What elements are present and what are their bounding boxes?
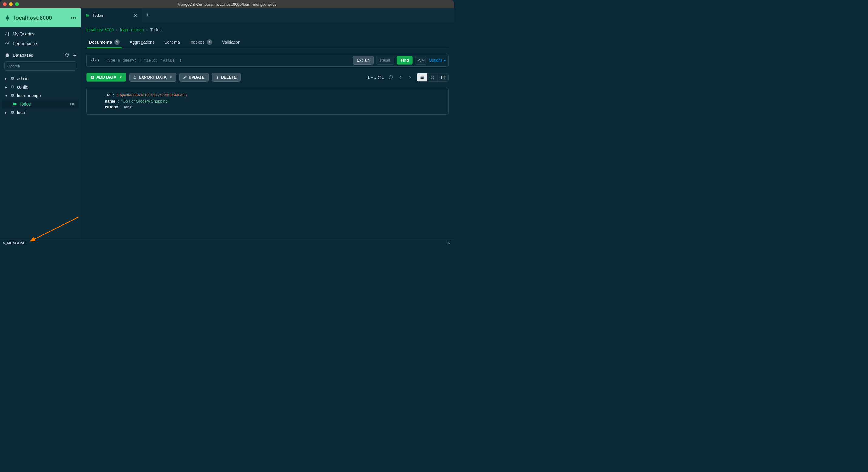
doc-value-isdone: false: [124, 104, 132, 110]
database-item-local[interactable]: ▶ local: [2, 108, 79, 117]
caret-down-icon: ▼: [5, 94, 8, 97]
mongodb-leaf-icon: [4, 14, 11, 21]
prev-page-button[interactable]: [397, 75, 403, 79]
connection-menu-button[interactable]: •••: [71, 15, 76, 21]
connection-header: localhost:8000 •••: [0, 8, 81, 27]
tab-badge: 1: [207, 39, 212, 45]
svg-point-2: [11, 85, 14, 86]
explain-button[interactable]: Explain: [353, 56, 374, 65]
mongosh-toggle[interactable]: >_MONGOSH: [3, 241, 26, 245]
minimize-window-button[interactable]: [9, 2, 13, 6]
braces-icon: { }: [5, 32, 10, 36]
database-search-input[interactable]: [4, 61, 76, 71]
breadcrumb: localhost:8000 › learn-mongo › Todos: [87, 27, 448, 33]
caret-right-icon: ▶: [5, 77, 8, 81]
tab-documents[interactable]: Documents 1: [87, 36, 122, 48]
maximize-window-button[interactable]: [15, 2, 19, 6]
refresh-databases-button[interactable]: [65, 53, 69, 57]
collection-item-todos[interactable]: Todos •••: [2, 100, 79, 108]
gauge-icon: [5, 41, 10, 46]
database-name: admin: [17, 76, 29, 81]
breadcrumb-collection: Todos: [150, 27, 161, 32]
folder-icon: [85, 13, 90, 18]
connection-name: localhost:8000: [14, 15, 52, 21]
options-toggle[interactable]: Options ▸: [429, 58, 446, 62]
caret-down-icon: ▼: [169, 76, 172, 79]
query-history-button[interactable]: ▼: [89, 57, 102, 64]
collection-name: Todos: [20, 102, 31, 106]
database-name: learn-mongo: [17, 93, 41, 98]
tab-badge: 1: [114, 39, 120, 45]
new-tab-button[interactable]: +: [142, 8, 154, 22]
create-database-button[interactable]: +: [73, 53, 76, 57]
caret-down-icon: ▼: [97, 59, 100, 62]
doc-key-id: _id: [105, 92, 111, 98]
database-icon: [10, 111, 14, 115]
svg-point-4: [11, 111, 14, 112]
footer: >_MONGOSH: [0, 239, 454, 246]
database-item-admin[interactable]: ▶ admin: [2, 74, 79, 83]
window-title: MongoDB Compass - localhost:8000/learn-m…: [178, 2, 277, 7]
folder-icon: [13, 102, 17, 106]
database-tree: ▶ admin ▶ config ▼ learn-mongo Todos •••: [0, 73, 81, 118]
breadcrumb-host[interactable]: localhost:8000: [87, 27, 114, 32]
export-icon: [133, 75, 137, 79]
delete-button[interactable]: DELETE: [212, 73, 241, 82]
plus-circle-icon: [90, 75, 95, 80]
chevron-up-icon[interactable]: [447, 241, 451, 245]
document-card[interactable]: _id: ObjectId('66a361375317c223f6b94640'…: [87, 88, 448, 115]
clock-icon: [91, 58, 96, 63]
tab-schema[interactable]: Schema: [162, 36, 182, 48]
database-item-config[interactable]: ▶ config: [2, 83, 79, 91]
workspace-tab-todos[interactable]: Todos ✕: [81, 8, 142, 22]
sidebar-my-queries[interactable]: { } My Queries: [0, 29, 81, 39]
svg-point-1: [11, 77, 14, 77]
toggle-query-syntax-button[interactable]: </>: [415, 56, 426, 65]
query-input[interactable]: [105, 56, 350, 64]
query-bar: ▼ Explain Reset Find </> Options ▸: [87, 54, 448, 67]
database-icon: [10, 76, 14, 81]
tab-close-button[interactable]: ✕: [134, 13, 137, 18]
collection-menu-button[interactable]: •••: [70, 102, 74, 106]
sidebar: localhost:8000 ••• { } My Queries Perfor…: [0, 8, 81, 239]
view-json-button[interactable]: { }: [427, 73, 438, 81]
sidebar-label: Performance: [13, 41, 37, 46]
tab-indexes[interactable]: Indexes 1: [188, 36, 214, 48]
database-icon: [10, 85, 14, 89]
tab-label: Indexes: [190, 40, 205, 44]
tabbar-spacer: [154, 8, 454, 22]
chevron-right-icon: ›: [116, 27, 118, 32]
sidebar-performance[interactable]: Performance: [0, 39, 81, 49]
tab-validation[interactable]: Validation: [220, 36, 242, 48]
update-button[interactable]: UPDATE: [179, 73, 208, 82]
main-area: Todos ✕ + localhost:8000 › learn-mongo ›…: [81, 8, 454, 239]
databases-label: Databases: [13, 53, 33, 58]
reset-button[interactable]: Reset: [376, 56, 394, 65]
tab-aggregations[interactable]: Aggregations: [128, 36, 156, 48]
code-icon: </>: [418, 58, 424, 62]
traffic-lights: [3, 2, 19, 6]
doc-key-name: name: [105, 98, 115, 104]
refresh-documents-button[interactable]: [388, 75, 394, 80]
documents-toolbar: ADD DATA ▼ EXPORT DATA ▼ U: [87, 73, 448, 82]
view-table-button[interactable]: [438, 73, 448, 81]
tab-label: Documents: [89, 40, 112, 44]
database-item-learn-mongo[interactable]: ▼ learn-mongo: [2, 91, 79, 100]
database-icon: [10, 93, 14, 98]
find-button[interactable]: Find: [397, 56, 413, 65]
doc-key-isdone: isDone: [105, 104, 118, 110]
next-page-button[interactable]: [407, 75, 413, 79]
collection-tabs: Documents 1 Aggregations Schema Indexes …: [87, 36, 448, 48]
view-list-button[interactable]: [417, 73, 427, 81]
tab-label: Schema: [164, 40, 180, 44]
database-icon: [5, 53, 10, 57]
sidebar-label: My Queries: [13, 32, 35, 36]
close-window-button[interactable]: [3, 2, 7, 6]
database-name: local: [17, 110, 26, 115]
doc-value-id: ObjectId('66a361375317c223f6b94640'): [117, 92, 187, 98]
breadcrumb-database[interactable]: learn-mongo: [120, 27, 144, 32]
window-titlebar: MongoDB Compass - localhost:8000/learn-m…: [0, 0, 454, 8]
view-switch: { }: [417, 73, 448, 82]
add-data-button[interactable]: ADD DATA ▼: [87, 73, 126, 82]
export-data-button[interactable]: EXPORT DATA ▼: [129, 73, 176, 82]
